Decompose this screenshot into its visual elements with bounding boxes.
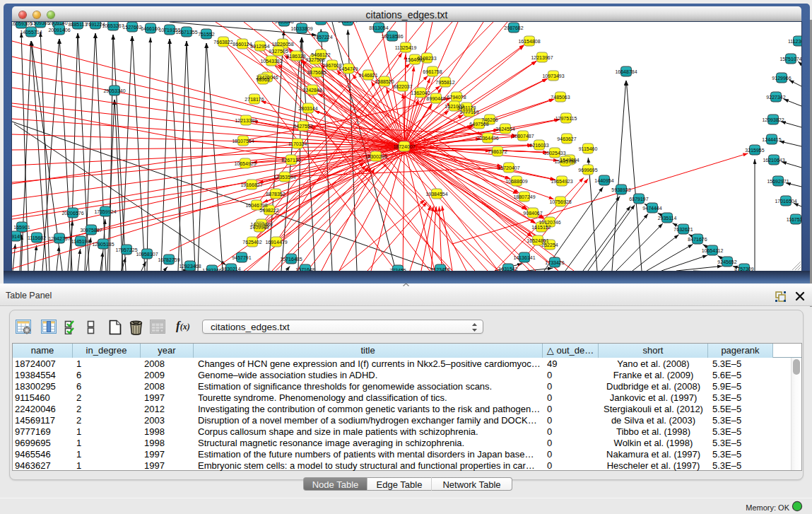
svg-text:16210643: 16210643 <box>763 158 784 163</box>
svg-text:18300295: 18300295 <box>365 154 387 159</box>
svg-text:1440954: 1440954 <box>594 178 613 183</box>
svg-text:20091406: 20091406 <box>48 28 70 33</box>
svg-text:12353594: 12353594 <box>273 175 295 180</box>
svg-text:9115460: 9115460 <box>579 146 598 151</box>
svg-text:252254: 252254 <box>541 243 558 247</box>
svg-text:1509305: 1509305 <box>30 22 49 25</box>
svg-text:15495758: 15495758 <box>554 159 576 164</box>
svg-text:8813044: 8813044 <box>338 22 357 23</box>
svg-text:10653267: 10653267 <box>102 23 124 28</box>
svg-text:9463627: 9463627 <box>557 136 576 141</box>
svg-text:10688609: 10688609 <box>505 179 527 184</box>
svg-text:15751074: 15751074 <box>779 57 801 62</box>
svg-text:5468122: 5468122 <box>311 52 330 57</box>
svg-text:12093822: 12093822 <box>762 117 784 122</box>
svg-text:17016504: 17016504 <box>775 199 796 204</box>
svg-text:9474444: 9474444 <box>642 206 661 211</box>
svg-text:10025433: 10025433 <box>543 151 565 156</box>
svg-text:8267130: 8267130 <box>281 158 300 163</box>
svg-text:29053340: 29053340 <box>103 88 125 93</box>
svg-text:8912954: 8912954 <box>250 44 269 49</box>
svg-text:17359924: 17359924 <box>94 209 116 214</box>
svg-text:16648784: 16648784 <box>615 69 637 74</box>
svg-text:9327508: 9327508 <box>305 57 324 62</box>
svg-text:6466160: 6466160 <box>141 26 160 31</box>
svg-text:14055714: 14055714 <box>20 30 42 35</box>
svg-text:8186328: 8186328 <box>286 54 305 59</box>
svg-text:12942757: 12942757 <box>48 236 70 241</box>
svg-text:5938923: 5938923 <box>611 187 630 192</box>
svg-text:18724007: 18724007 <box>393 144 415 149</box>
svg-text:1615152: 1615152 <box>531 225 551 230</box>
svg-text:165901: 165901 <box>13 225 30 230</box>
svg-text:7625402: 7625402 <box>242 240 261 245</box>
svg-text:15716485: 15716485 <box>280 257 302 262</box>
svg-text:11123044: 11123044 <box>788 39 801 44</box>
svg-text:12213967: 12213967 <box>531 55 553 60</box>
svg-text:8878352: 8878352 <box>266 192 285 197</box>
svg-text:9245652: 9245652 <box>717 259 736 264</box>
svg-text:12905185: 12905185 <box>92 242 114 247</box>
svg-text:1170334: 1170334 <box>288 141 307 146</box>
svg-text:7857224: 7857224 <box>313 35 332 40</box>
svg-text:19166827: 19166827 <box>240 182 262 187</box>
svg-text:20206576: 20206576 <box>61 211 83 216</box>
svg-text:1115682: 1115682 <box>28 235 46 240</box>
svg-text:1588520: 1588520 <box>375 79 394 84</box>
svg-text:7632621: 7632621 <box>673 227 693 232</box>
svg-text:18807249: 18807249 <box>513 194 535 199</box>
svg-text:98965: 98965 <box>256 77 270 82</box>
svg-text:9063848: 9063848 <box>274 22 293 24</box>
svg-text:2087682: 2087682 <box>504 25 523 30</box>
svg-text:17957225: 17957225 <box>115 247 137 252</box>
svg-text:16059305: 16059305 <box>12 22 33 26</box>
svg-text:8885113: 8885113 <box>69 22 88 27</box>
svg-text:10807487: 10807487 <box>512 134 534 139</box>
svg-text:19654923: 19654923 <box>551 179 572 184</box>
svg-text:9777169: 9777169 <box>459 110 478 115</box>
svg-text:9084067: 9084067 <box>523 211 542 216</box>
svg-text:10958107: 10958107 <box>136 252 158 257</box>
svg-text:3624554: 3624554 <box>495 127 514 132</box>
svg-text:18226058: 18226058 <box>271 42 293 47</box>
svg-text:16046798: 16046798 <box>245 203 267 208</box>
svg-text:16154808: 16154808 <box>518 39 540 44</box>
svg-text:39149: 39149 <box>12 234 23 239</box>
svg-text:6497568: 6497568 <box>469 122 488 127</box>
svg-text:9242848: 9242848 <box>302 88 322 93</box>
svg-text:8822037: 8822037 <box>393 84 412 89</box>
svg-text:12975115: 12975115 <box>555 116 577 121</box>
svg-text:5498222: 5498222 <box>259 208 278 213</box>
svg-text:6879197: 6879197 <box>629 197 648 201</box>
svg-text:3451123: 3451123 <box>457 105 476 110</box>
svg-text:2718176: 2718176 <box>245 97 264 102</box>
svg-text:20364436: 20364436 <box>476 136 498 141</box>
svg-text:7986372: 7986372 <box>488 149 507 154</box>
svg-text:1409949: 1409949 <box>249 225 269 230</box>
svg-text:3875685: 3875685 <box>307 70 326 75</box>
svg-text:10654925: 10654925 <box>234 161 256 166</box>
svg-text:15720407: 15720407 <box>498 165 519 170</box>
svg-text:16671355: 16671355 <box>175 30 197 35</box>
svg-text:1362042: 1362042 <box>411 90 430 95</box>
svg-text:19218586: 19218586 <box>381 34 403 39</box>
svg-text:1145194: 1145194 <box>71 239 90 244</box>
svg-text:12923468: 12923468 <box>179 264 201 269</box>
svg-text:2803144: 2803144 <box>298 106 317 111</box>
svg-text:16782759: 16782759 <box>158 257 180 262</box>
svg-text:9699695: 9699695 <box>578 168 597 173</box>
svg-text:8813054: 8813054 <box>369 25 388 30</box>
svg-text:1527602: 1527602 <box>122 25 141 30</box>
svg-text:751552: 751552 <box>198 32 214 37</box>
svg-text:9457791: 9457791 <box>232 255 251 260</box>
svg-text:8660124: 8660124 <box>233 42 252 47</box>
svg-text:30975887: 30975887 <box>80 228 102 233</box>
svg-text:9129966: 9129966 <box>772 76 791 81</box>
svg-text:10120746: 10120746 <box>539 220 560 225</box>
svg-text:12213389: 12213389 <box>235 118 257 123</box>
svg-text:8990448: 8990448 <box>426 96 445 101</box>
svg-text:9227342: 9227342 <box>766 95 785 100</box>
svg-text:15692971: 15692971 <box>767 179 789 184</box>
svg-text:1733426: 1733426 <box>545 260 564 265</box>
svg-text:6108233: 6108233 <box>417 56 436 61</box>
